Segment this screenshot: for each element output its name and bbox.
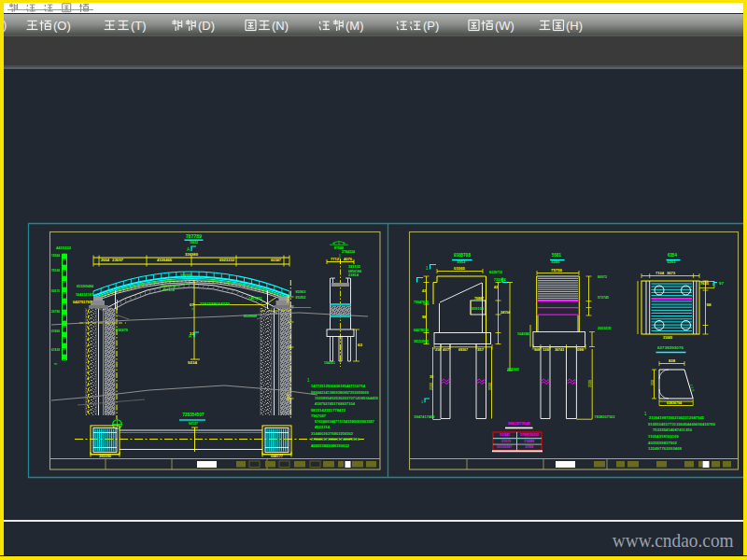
svg-text:57634063447731543580069963587: 57634063447731543580069963587: [315, 419, 375, 424]
svg-text:07466: 07466: [51, 329, 60, 333]
svg-text:4533314: 4533314: [315, 425, 331, 429]
svg-text:98: 98: [707, 303, 712, 307]
svg-text:098: 098: [577, 348, 584, 352]
svg-text:516879: 516879: [116, 329, 128, 332]
svg-text:85903: 85903: [296, 290, 306, 294]
svg-text:19584: 19584: [51, 254, 60, 258]
svg-text:m: m: [54, 361, 58, 366]
svg-text:2664: 2664: [101, 258, 110, 262]
svg-text:6263: 6263: [668, 260, 676, 264]
svg-text:5789536050: 5789536050: [520, 433, 539, 437]
svg-text:322362: 322362: [507, 368, 519, 371]
svg-text:9234: 9234: [188, 360, 198, 365]
svg-text:468655865086390632: 468655865086390632: [311, 443, 350, 448]
svg-text:104332181: 104332181: [76, 293, 93, 297]
svg-text:437: 437: [443, 348, 449, 352]
svg-text:042751797: 042751797: [73, 301, 92, 304]
svg-text:838: 838: [669, 359, 675, 363]
svg-text:87588: 87588: [334, 246, 344, 250]
svg-text:00316597: 00316597: [497, 445, 512, 449]
svg-text:31446026376803256562: 31446026376803256562: [311, 431, 354, 436]
svg-text:67428: 67428: [51, 348, 60, 352]
svg-text:36743: 36743: [555, 348, 564, 352]
svg-text:20786: 20786: [51, 310, 60, 314]
svg-text:7635: 7635: [700, 282, 709, 286]
svg-text:122497762093468: 122497762093468: [648, 446, 683, 451]
svg-text:9385708: 9385708: [454, 253, 471, 258]
svg-text:972745: 972745: [598, 296, 609, 300]
svg-text:23097: 23097: [112, 258, 124, 262]
svg-text:39: 39: [430, 375, 433, 379]
svg-text:8339715: 8339715: [489, 271, 502, 274]
svg-text:31069: 31069: [663, 336, 672, 340]
svg-text:2500: 2500: [588, 380, 592, 387]
svg-text:75759: 75759: [551, 269, 562, 273]
svg-text:42: 42: [494, 286, 498, 289]
svg-text:73098: 73098: [524, 440, 534, 443]
svg-text:4070: 4070: [344, 258, 352, 261]
svg-text:6923232: 6923232: [219, 258, 235, 262]
svg-text:92137: 92137: [189, 422, 198, 426]
svg-text:5890423413809380857252059069: 5890423413809380857252059069: [311, 390, 370, 395]
svg-text:2500: 2500: [488, 383, 492, 390]
svg-text:7967087: 7967087: [311, 413, 327, 418]
svg-text:98: 98: [422, 315, 426, 319]
svg-text:7104: 7104: [655, 272, 664, 275]
svg-text:160993: 160993: [180, 273, 192, 277]
svg-text:4109466: 4109466: [157, 258, 173, 262]
svg-text:03365: 03365: [454, 267, 465, 271]
svg-text:60347: 60347: [271, 258, 282, 262]
svg-text:97: 97: [719, 282, 724, 286]
svg-text:7712: 7712: [331, 258, 339, 261]
svg-text:A: A: [187, 246, 190, 252]
svg-text:731916: 731916: [494, 278, 506, 282]
svg-text:250: 250: [651, 380, 655, 385]
svg-text:2003231: 2003231: [598, 327, 612, 330]
svg-text:1: 1: [426, 266, 429, 271]
svg-text:6260: 6260: [552, 260, 560, 264]
svg-text:69367: 69367: [458, 348, 468, 352]
svg-text:365090: 365090: [99, 455, 111, 458]
svg-text:467414: 467414: [162, 288, 175, 292]
svg-text:1: 1: [644, 412, 647, 416]
svg-text:14772512936636185467110754: 14772512936636185467110754: [311, 384, 366, 388]
svg-text:044177: 044177: [271, 455, 283, 458]
svg-text:74852: 74852: [190, 241, 198, 245]
svg-text:6354: 6354: [668, 253, 677, 258]
svg-text:53345: 53345: [500, 433, 510, 437]
svg-text:1: 1: [307, 378, 310, 383]
svg-text:04078536: 04078536: [414, 329, 429, 332]
svg-text:80972: 80972: [598, 275, 607, 279]
svg-text:4187927491768837104: 4187927491768837104: [315, 401, 356, 406]
svg-text:653269484: 653269484: [77, 285, 93, 288]
svg-text:78168: 78168: [51, 269, 60, 273]
svg-text:03836794: 03836794: [667, 401, 682, 405]
svg-text:68812634: 68812634: [161, 285, 176, 288]
svg-text:104080: 104080: [517, 332, 529, 336]
svg-text:194251: 194251: [324, 361, 335, 365]
svg-text:968: 968: [534, 348, 540, 352]
svg-text:192589549253620370714185064455: 192589549253620370714185064455: [315, 396, 379, 400]
svg-text:11054318100169: 11054318100169: [648, 434, 680, 439]
svg-text:>: >: [191, 307, 194, 312]
svg-text:4035559837902: 4035559837902: [648, 441, 678, 445]
svg-text:23814: 23814: [348, 273, 359, 277]
svg-text:27592337215031742675916: 27592337215031742675916: [311, 437, 360, 441]
svg-text:43: 43: [422, 289, 426, 293]
svg-text:92670: 92670: [51, 289, 60, 293]
svg-text:787789: 787789: [186, 234, 203, 239]
svg-text:2952: 2952: [458, 260, 466, 264]
svg-text:357: 357: [477, 348, 484, 352]
svg-text:8661972645: 8661972645: [508, 421, 531, 426]
svg-text:21094198739021002312687145: 21094198739021002312687145: [649, 415, 705, 420]
svg-text:5947417409: 5947417409: [415, 415, 435, 419]
svg-text:959104: 959104: [472, 307, 484, 311]
svg-text:5581: 5581: [552, 253, 561, 258]
svg-text:7838207163: 7838207163: [595, 415, 615, 419]
svg-text:63: 63: [358, 343, 362, 347]
svg-text:4423232: 4423232: [56, 245, 72, 250]
svg-text:70887: 70887: [474, 297, 484, 301]
svg-text:1: 1: [421, 399, 424, 404]
svg-text:2200: 2200: [287, 394, 290, 401]
svg-text:728354507: 728354507: [183, 413, 205, 417]
